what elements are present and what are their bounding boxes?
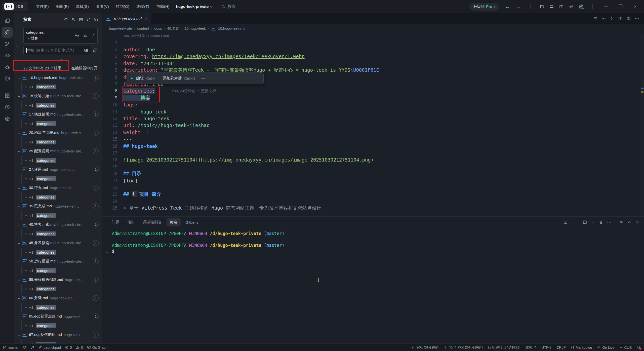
code-line-15[interactable]: 15---	[102, 136, 644, 142]
search-result-file[interactable]: M↓60.升级.mdhugo-teek-site\cont...1	[14, 294, 102, 303]
match-case-toggle[interactable]: Aa	[74, 33, 80, 37]
status-item-hg_it_nuc--24-分钟前-[interactable]: hg_it_nuc (24 分钟前)	[444, 345, 482, 350]
activity-source-control-icon[interactable]	[2, 39, 13, 49]
search-match-line[interactable]: +1categories:	[14, 339, 102, 343]
more-actions-icon[interactable]	[607, 220, 611, 224]
chevron-down-icon[interactable]	[18, 168, 20, 171]
status-item-0[interactable]: 0	[65, 345, 72, 349]
chevron-down-icon[interactable]	[18, 94, 20, 97]
chevron-down-icon[interactable]	[18, 149, 20, 152]
search-match-line[interactable]: +1categories:	[14, 284, 102, 294]
breadcrumb-item[interactable]: docs	[154, 26, 162, 30]
add-to-chat-button[interactable]: 添加到对话	[163, 76, 182, 81]
maximize-button[interactable]: ❐	[616, 4, 625, 9]
status-item-空格--4[interactable]: 空格: 4	[526, 345, 537, 350]
search-details-toggle[interactable]	[23, 59, 98, 61]
search-match-line[interactable]: +1categories:	[14, 156, 102, 165]
status-item-crlf[interactable]: CRLF	[556, 345, 566, 349]
layout-sidebar-left-icon[interactable]	[540, 5, 544, 9]
code-line-2[interactable]: 2author: One	[102, 46, 644, 53]
search-input[interactable]: categories: - 博客 Aa ab .*	[23, 27, 98, 44]
replace-input[interactable]: 替换 (使用 ↑↓ 查看历史记录) AB	[23, 46, 91, 55]
search-match-line[interactable]: +1categories:	[14, 321, 102, 330]
search-match-line[interactable]: +1categories:	[14, 303, 102, 312]
activity-live-preview-icon[interactable]	[2, 73, 13, 84]
search-result-file[interactable]: M↓27.使用.mdhugo-teek-site\cont...1	[14, 165, 102, 174]
whole-word-toggle[interactable]: ab	[83, 33, 88, 37]
code-line-21[interactable]: 21[toc]	[102, 177, 644, 184]
code-line-9[interactable]: 9····- 博客	[102, 94, 644, 101]
code-line-14[interactable]: 14weight: 1	[102, 129, 644, 136]
search-result-file[interactable]: M↓15.快速开始.mdhugo-teek-site...1	[14, 92, 102, 101]
new-terminal-icon[interactable]	[591, 220, 595, 224]
layout-sidebar-right-icon[interactable]	[559, 5, 564, 9]
chevron-down-icon[interactable]	[18, 260, 20, 262]
chevron-down-icon[interactable]	[18, 315, 20, 318]
code-line-22[interactable]: 22	[102, 184, 644, 191]
search-result-file[interactable]: M↓45.开发指南.mdhugo-teek-site...1	[14, 239, 102, 248]
breadcrumb-item[interactable]: ...	[251, 26, 254, 30]
code-line-1[interactable]: 1---	[102, 39, 644, 46]
chevron-down-icon[interactable]	[18, 241, 20, 244]
code-line-19[interactable]: 19	[102, 163, 644, 170]
new-search-editor-icon[interactable]	[87, 18, 91, 22]
menu-item-帮助H[interactable]: 帮助(H)	[153, 3, 173, 11]
status-item-sync-icon[interactable]	[23, 345, 26, 349]
run-icon[interactable]	[610, 17, 614, 21]
status-item-0[interactable]: 0	[76, 345, 83, 349]
close-button[interactable]: ×	[631, 4, 639, 9]
collapse-widget-icon[interactable]: ⌐¬	[200, 76, 205, 81]
chevron-down-icon[interactable]	[18, 205, 20, 207]
editor-scrollbar[interactable]	[640, 33, 644, 216]
search-match-line[interactable]: +1categories:	[14, 248, 102, 257]
search-result-file[interactable]: M↓67.eop反代图床.mdhugo-teek...1	[14, 330, 102, 340]
preserve-case-toggle[interactable]: AB	[84, 49, 88, 52]
collapse-all-icon[interactable]	[94, 18, 98, 22]
search-match-line[interactable]: +1categories:	[14, 137, 102, 147]
search-match-line[interactable]: +1categories:	[14, 192, 102, 202]
search-result-file[interactable]: M↓25.配置说明.mdhugo-teek-site...1	[14, 147, 102, 156]
panel-tab-终端[interactable]: 终端	[167, 218, 181, 226]
nav-forward-button[interactable]: →	[516, 4, 521, 10]
code-line-3[interactable]: 3coverImg: https://img.onedayxyy.cn/imag…	[102, 53, 644, 60]
table-preview-icon[interactable]	[593, 17, 597, 21]
code-line-8[interactable]: 8categories:You, 24分钟前 • 更新文档	[102, 88, 644, 94]
breadcrumb-item[interactable]: content	[137, 26, 149, 30]
search-match-line[interactable]: +1categories:	[14, 174, 102, 183]
code-line-11[interactable]: 11 - hugo-teek	[102, 108, 644, 115]
chevron-down-icon[interactable]	[18, 296, 20, 299]
search-result-file[interactable]: M↓65.eop部署加速.mdhugo-teek...1	[14, 312, 102, 321]
status-item-bell-icon[interactable]	[637, 345, 640, 349]
search-match-line[interactable]: +1categories:	[14, 266, 102, 275]
panel-tab-GitLens[interactable]: GitLens	[182, 218, 202, 226]
breadcrumb-item[interactable]: 10.hugo-teek.md	[218, 26, 246, 30]
breadcrumb-item[interactable]: 40.专题	[167, 26, 179, 31]
search-result-file[interactable]: M↓10.hugo-teek.mdhugo-teek-sit...1	[14, 73, 102, 83]
panel-tab-输出[interactable]: 输出	[124, 218, 138, 226]
code-line-20[interactable]: 20## 目录	[102, 170, 644, 177]
code-line-12[interactable]: 12title: hugo-teek	[102, 115, 644, 122]
layout-panel-icon[interactable]	[549, 5, 554, 9]
breadcrumb-item[interactable]: hugo-teek-site	[109, 26, 132, 30]
book-preview-icon[interactable]	[627, 17, 631, 21]
chevron-down-icon[interactable]	[18, 186, 20, 189]
chevron-down-icon[interactable]	[18, 333, 20, 336]
more-actions-icon[interactable]	[635, 17, 639, 21]
replace-all-icon[interactable]	[93, 48, 98, 53]
chevron-down-icon[interactable]	[18, 223, 20, 226]
status-item-markdown[interactable]: Markdown	[571, 345, 592, 349]
activity-search-icon[interactable]	[2, 27, 13, 38]
code-line-17[interactable]: 17	[102, 149, 644, 156]
activity-network-icon[interactable]	[2, 113, 13, 124]
close-panel-icon[interactable]	[635, 220, 639, 224]
status-item-utf-8[interactable]: UTF-8	[541, 345, 551, 349]
split-terminal-icon[interactable]	[583, 220, 587, 224]
inline-edit-button[interactable]: 编辑	[136, 76, 144, 81]
menu-item-文件F[interactable]: 文件(F)	[33, 3, 52, 11]
search-result-file[interactable]: M↓55.先移植再创新.mdhugo-tee...1	[14, 275, 102, 285]
code-line-25[interactable]: 25> 基于 VitePress Teek 主题移植的 Hugo 静态网站主题，…	[102, 205, 644, 211]
code-line-10[interactable]: 10tags:	[102, 101, 644, 108]
search-result-file[interactable]: M↓20.构建与部署.mdhugo-teek-s...1	[14, 128, 102, 138]
menu-item-编辑E[interactable]: 编辑(E)	[53, 3, 72, 11]
status-item-you--24分钟前[interactable]: You, 24分钟前	[411, 345, 438, 350]
